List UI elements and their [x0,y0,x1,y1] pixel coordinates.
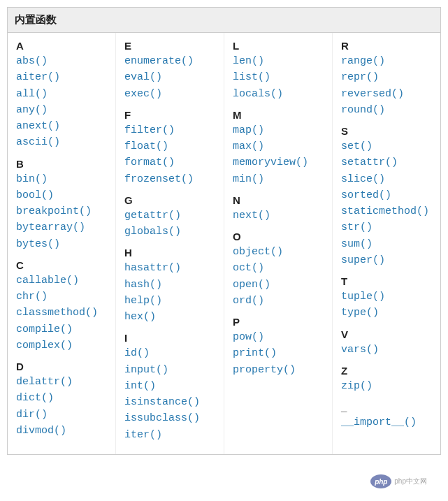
letter-heading: T [341,275,435,287]
function-link[interactable]: repr() [341,69,435,85]
function-link[interactable]: abs() [16,53,110,69]
columns-container: Aabs()aiter()all()any()anext()ascii()Bbi… [8,33,440,454]
letter-heading: F [124,109,218,121]
function-link[interactable]: reversed() [341,86,435,102]
function-link[interactable]: aiter() [16,69,110,85]
function-link[interactable]: list() [233,69,326,85]
function-link[interactable]: set() [341,138,435,154]
function-link[interactable]: issubclass() [124,410,218,426]
function-link[interactable]: anext() [16,118,110,134]
function-link[interactable]: locals() [233,86,326,102]
letter-heading: O [233,231,326,242]
letter-heading: Z [341,365,435,377]
function-link[interactable]: complex() [16,337,110,354]
function-link[interactable]: staticmethod() [341,203,435,219]
function-link[interactable]: chr() [16,289,110,305]
function-link[interactable]: tuple() [341,289,435,305]
function-link[interactable]: dir() [16,407,110,423]
function-link[interactable]: oct() [233,260,326,276]
function-link[interactable]: str() [341,219,435,235]
function-link[interactable]: breakpoint() [16,203,110,219]
function-link[interactable]: super() [341,252,435,268]
letter-heading: E [124,40,218,52]
letter-heading: L [233,40,326,52]
function-link[interactable]: compile() [16,321,110,337]
function-link[interactable]: round() [341,102,435,118]
letter-heading: _ [341,401,435,413]
function-link[interactable]: ascii() [16,134,110,150]
function-link[interactable]: bytes() [16,236,110,252]
function-link[interactable]: min() [233,171,326,187]
function-link[interactable]: divmod() [16,423,110,439]
function-link[interactable]: eval() [124,69,218,85]
function-link[interactable]: range() [341,53,435,69]
function-link[interactable]: print() [233,345,326,361]
function-link[interactable]: getattr() [124,208,218,224]
function-link[interactable]: callable() [16,273,110,289]
function-link[interactable]: next() [233,208,326,224]
function-link[interactable]: delattr() [16,374,110,390]
function-link[interactable]: hex() [124,309,218,325]
function-link[interactable]: sum() [341,236,435,252]
function-link[interactable]: object() [233,244,326,260]
letter-heading: N [233,194,326,206]
function-link[interactable]: zip() [341,378,435,394]
function-link[interactable]: format() [124,154,218,170]
letter-heading: S [341,125,435,137]
letter-heading: B [16,158,110,170]
letter-heading: V [341,328,435,340]
function-link[interactable]: sorted() [341,187,435,203]
function-link[interactable]: open() [233,277,326,293]
function-link[interactable]: hasattr() [124,260,218,276]
function-link[interactable]: frozenset() [124,171,218,187]
function-link[interactable]: property() [233,362,326,378]
column: Llen()list()locals()Mmap()max()memoryvie… [224,33,333,454]
builtin-functions-table: 内置函数 Aabs()aiter()all()any()anext()ascii… [7,7,441,455]
function-link[interactable]: slice() [341,171,435,187]
letter-heading: C [16,259,110,271]
function-link[interactable]: input() [124,362,218,378]
function-link[interactable]: int() [124,378,218,394]
function-link[interactable]: bytearray() [16,219,110,235]
letter-heading: A [16,40,110,52]
letter-heading: D [16,361,110,372]
table-title: 内置函数 [8,8,440,33]
function-link[interactable]: setattr() [341,154,435,170]
function-link[interactable]: any() [16,102,110,118]
letter-heading: P [233,316,326,328]
function-link[interactable]: help() [124,293,218,309]
function-link[interactable]: __import__() [341,414,435,430]
function-link[interactable]: map() [233,122,326,138]
column: Eenumerate()eval()exec()Ffilter()float()… [116,33,224,454]
function-link[interactable]: len() [233,53,326,69]
function-link[interactable]: type() [341,305,435,321]
function-link[interactable]: hash() [124,277,218,293]
letter-heading: H [124,247,218,259]
function-link[interactable]: pow() [233,329,326,345]
function-link[interactable]: all() [16,86,110,102]
function-link[interactable]: enumerate() [124,53,218,69]
letter-heading: G [124,194,218,206]
function-link[interactable]: isinstance() [124,394,218,410]
function-link[interactable]: id() [124,345,218,361]
function-link[interactable]: max() [233,138,326,154]
function-link[interactable]: classmethod() [16,305,110,321]
function-link[interactable]: bool() [16,187,110,203]
function-link[interactable]: globals() [124,224,218,240]
letter-heading: M [233,109,326,121]
function-link[interactable]: vars() [341,342,435,358]
function-link[interactable]: iter() [124,427,218,443]
function-link[interactable]: ord() [233,293,326,309]
function-link[interactable]: float() [124,138,218,154]
letter-heading: I [124,332,218,344]
letter-heading: R [341,40,435,52]
function-link[interactable]: memoryview() [233,154,326,170]
function-link[interactable]: filter() [124,122,218,138]
column: Aabs()aiter()all()any()anext()ascii()Bbi… [8,33,116,454]
function-link[interactable]: bin() [16,171,110,187]
function-link[interactable]: exec() [124,86,218,102]
column: Rrange()repr()reversed()round()Sset()set… [333,33,440,454]
function-link[interactable]: dict() [16,390,110,406]
